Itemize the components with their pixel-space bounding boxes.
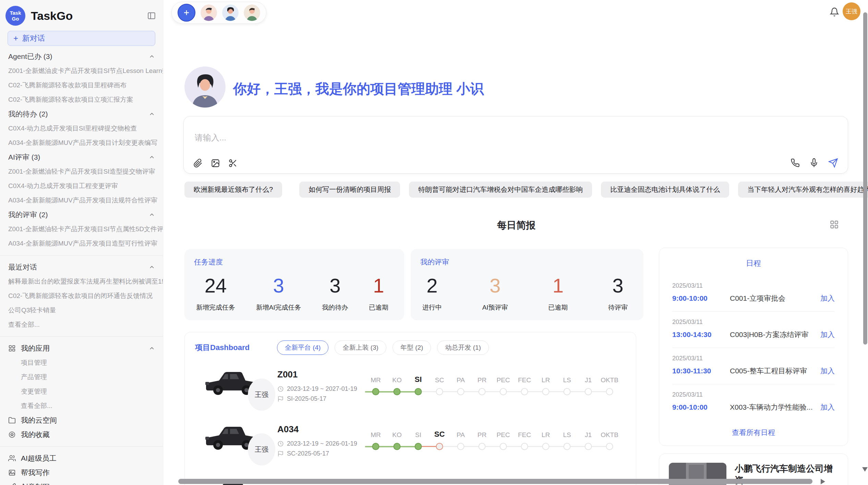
phone-icon[interactable] — [791, 158, 800, 167]
tab-all-new-platform[interactable]: 全新平台 (4) — [277, 340, 329, 355]
milestone-track: MRKOSISCPAPRPECFECLRLSJ1OKTB — [365, 430, 626, 451]
view-all-schedule-link[interactable]: 查看所有日程 — [672, 428, 835, 437]
milestone-oktb: OKTB — [599, 375, 620, 397]
sidebar-item-change-mgmt[interactable]: 变更管理 — [0, 384, 163, 399]
project-row[interactable]: 王强 A034 2023-12-19 ~ 2026-01-19 SC-2025-… — [195, 413, 626, 468]
milestone-dot — [500, 388, 507, 395]
milestone-dot — [521, 443, 528, 450]
project-code: A034 — [277, 424, 363, 435]
suggestion-chip[interactable]: 欧洲新规最近颁布了什么? — [184, 182, 282, 198]
sidebar-item-product-mgmt[interactable]: 产品管理 — [0, 370, 163, 384]
sidebar-item-my-apps[interactable]: 我的应用 — [0, 341, 163, 356]
stat-value: 1 — [548, 275, 568, 296]
vertical-scrollbar-thumb[interactable] — [863, 12, 867, 345]
suggestion-chips: 欧洲新规最近颁布了什么? 如何写一份清晰的项目周报 特朗普可能对进口汽车增税会对… — [184, 182, 849, 198]
agent-avatar[interactable] — [201, 4, 217, 21]
milestone-pec: PEC — [493, 430, 514, 451]
milestone-sc: SC — [429, 375, 450, 397]
sidebar-collapse-icon[interactable] — [147, 11, 156, 20]
scroll-right-arrow[interactable] — [821, 479, 825, 484]
sidebar-item-cloud-space[interactable]: 我的云空间 — [0, 413, 163, 427]
list-item[interactable]: C0X4-动力总成开发项目SI里程碑提交物检查 — [0, 121, 163, 136]
agent-avatar[interactable] — [244, 4, 260, 21]
list-item[interactable]: A034-全新新能源MUV产品开发项目计划变更表编写 — [0, 136, 163, 150]
user-avatar[interactable]: 王强 — [843, 2, 860, 20]
project-next-milestone: SI-2025-05-17 — [287, 395, 326, 402]
sidebar-item-ai-employee[interactable]: AI超级员工 — [0, 451, 163, 465]
agent-avatar[interactable] — [222, 4, 239, 21]
milestone-dot — [415, 388, 422, 395]
project-row[interactable]: 王强 Z001 2023-12-19 ~ 2027-01-19 SI-2025-… — [195, 358, 626, 413]
app-title: TaskGo — [31, 9, 147, 23]
milestone-si: SI — [408, 375, 429, 397]
attachment-icon[interactable] — [193, 159, 203, 168]
scissors-icon[interactable] — [228, 159, 238, 168]
list-item[interactable]: C02-飞腾新能源轻客改款项目里程碑画布 — [0, 78, 163, 92]
schedule-time: 9:00-10:00 — [672, 403, 730, 411]
tab-year-model[interactable]: 年型 (2) — [393, 340, 431, 355]
list-item[interactable]: 公司Q3轻卡销量 — [0, 303, 163, 318]
send-icon[interactable] — [828, 158, 838, 168]
milestone-pec: PEC — [493, 375, 514, 397]
section-recent-chats[interactable]: 最近对话 — [0, 260, 163, 274]
milestone-dot — [479, 388, 486, 395]
project-next-milestone: SC-2025-05-17 — [287, 450, 329, 457]
list-item[interactable]: C02-飞腾新能源轻客改款项目立项汇报方案 — [0, 92, 163, 107]
sidebar-item-creative-drawing[interactable]: 创意制图 — [0, 480, 163, 485]
join-button[interactable]: 加入 — [820, 366, 835, 376]
scroll-down-arrow[interactable] — [862, 467, 868, 472]
list-item[interactable]: 解释最新出台的欧盟报废车法规再生塑料比例被调至15%... — [0, 274, 163, 289]
sidebar-item-project-mgmt[interactable]: 项目管理 — [0, 356, 163, 370]
list-item[interactable]: Z001-全新燃油轻卡产品开发项目SI节点属性5D文件评审 — [0, 222, 163, 236]
new-chat-button[interactable]: + 新对话 — [8, 31, 155, 46]
project-vehicle: 王强 — [195, 360, 277, 411]
stat-label: 新增完成任务 — [196, 303, 235, 312]
list-item[interactable]: A034-全新新能源MUV产品开发项目造型可行性评审 — [0, 236, 163, 251]
suggestion-chip[interactable]: 如何写一份清晰的项目周报 — [299, 182, 400, 198]
list-item[interactable]: Z001-全新燃油皮卡产品开发项目SI节点Lesson Learn报告 — [0, 64, 163, 78]
task-progress-card: 任务进度 24 新增完成任务 3 新增AI完成任务 3 我的待办 1 已逾期 — [184, 249, 404, 320]
briefing-layout-icon[interactable] — [830, 220, 839, 229]
join-button[interactable]: 加入 — [820, 402, 835, 412]
sidebar-header: Task Go TaskGo — [0, 0, 163, 28]
milestone-dot — [500, 443, 507, 450]
milestone-j1: J1 — [578, 375, 599, 397]
notification-bell-icon[interactable] — [830, 7, 839, 17]
section-agent-done[interactable]: Agent已办 (3) — [0, 49, 163, 64]
view-all-apps[interactable]: 查看全部... — [0, 399, 163, 413]
card-title: 我的评审 — [420, 257, 630, 267]
suggestion-chip[interactable]: 特朗普可能对进口汽车增税会对中国车企造成哪些影响 — [409, 182, 592, 198]
microphone-icon[interactable] — [809, 158, 819, 167]
image-upload-icon[interactable] — [211, 159, 220, 168]
add-agent-button[interactable] — [178, 4, 195, 22]
project-vehicle: 王强 — [195, 415, 277, 466]
divider — [0, 446, 163, 447]
section-my-review[interactable]: 我的评审 (2) — [0, 208, 163, 222]
stat-value: 1 — [369, 275, 388, 296]
sidebar-item-favorites[interactable]: 我的收藏 — [0, 427, 163, 442]
section-ai-review[interactable]: AI评审 (3) — [0, 150, 163, 164]
list-item[interactable]: Z001-全新燃油轻卡产品开发项目SI造型提交物评审 — [0, 164, 163, 179]
suggestion-chip[interactable]: 当下年轻人对汽车外观有怎样的喜好趋势 — [738, 182, 868, 198]
milestone-dot — [585, 443, 592, 450]
section-my-todo[interactable]: 我的待办 (2) — [0, 107, 163, 121]
list-item[interactable]: C0X4-动力总成开发项目工程变更评审 — [0, 179, 163, 193]
view-all-chats[interactable]: 查看全部... — [0, 318, 163, 332]
milestone-dot — [436, 443, 443, 450]
chat-input[interactable] — [194, 132, 710, 151]
horizontal-scrollbar-thumb[interactable] — [178, 479, 812, 484]
assistant-avatar — [184, 66, 226, 108]
stat-label: AI预评审 — [482, 303, 508, 312]
join-button[interactable]: 加入 — [820, 330, 835, 339]
tab-new-superstructure[interactable]: 全新上装 (3) — [335, 340, 386, 355]
suggestion-chip[interactable]: 比亚迪全固态电池计划具体说了什么 — [601, 182, 729, 198]
stat-row: 24 新增完成任务 3 新增AI完成任务 3 我的待办 1 已逾期 — [194, 275, 390, 312]
sidebar-item-help-writing[interactable]: 帮我写作 — [0, 465, 163, 480]
tab-powertrain-dev[interactable]: 动总开发 (1) — [437, 340, 489, 355]
list-item[interactable]: A034-全新新能源MUV产品开发项目法规符合性评审 — [0, 193, 163, 208]
list-item[interactable]: C02-飞腾新能源轻客改款项目的闭环通告反馈情况 — [0, 289, 163, 303]
milestone-lr: LR — [535, 430, 556, 451]
milestone-ko: KO — [386, 375, 408, 397]
section-title: Agent已办 (3) — [8, 52, 52, 61]
join-button[interactable]: 加入 — [820, 294, 835, 303]
